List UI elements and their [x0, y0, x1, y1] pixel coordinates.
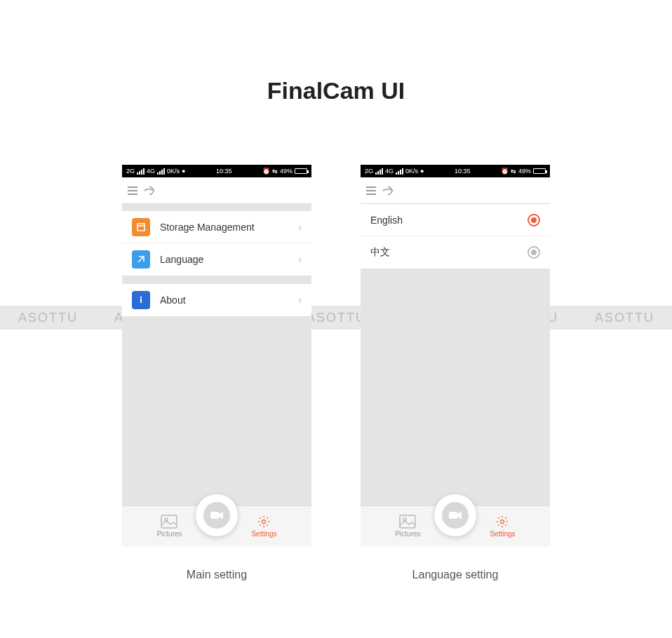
pictures-icon	[399, 515, 416, 529]
chevron-right-icon: ›	[298, 253, 302, 266]
language-option-english[interactable]: English	[361, 204, 550, 236]
tab-settings[interactable]: Settings	[251, 515, 276, 538]
status-bar: 2G 4G 0K/s ● 10:35 ⏰ ⇆ 49%	[122, 165, 311, 177]
wifi-icon: ⇆	[272, 168, 278, 175]
gear-icon	[255, 515, 272, 529]
phone-screen-main: 2G 4G 0K/s ● 10:35 ⏰ ⇆ 49%	[122, 165, 311, 546]
battery-icon	[533, 168, 546, 174]
tab-label: Settings	[490, 530, 515, 538]
data-speed: 0K/s	[405, 168, 418, 175]
pictures-icon	[161, 515, 177, 529]
clock: 10:35	[424, 168, 501, 175]
signal-icon	[137, 168, 145, 175]
tab-pictures[interactable]: Pictures	[156, 515, 182, 538]
wifi-icon: ⇆	[511, 168, 516, 175]
camera-icon	[448, 510, 462, 520]
svg-rect-6	[210, 512, 219, 519]
app-bar	[361, 177, 550, 204]
app-logo-icon	[380, 183, 396, 198]
signal-icon	[375, 168, 383, 175]
page-title: FinalCam UI	[0, 0, 672, 104]
status-bar: 2G 4G 0K/s ● 10:35 ⏰ ⇆ 49%	[361, 165, 550, 177]
storage-icon	[132, 218, 150, 236]
menu-icon[interactable]	[366, 186, 376, 195]
screen-caption: Main setting	[122, 569, 311, 581]
tab-label: Settings	[251, 530, 276, 538]
network-4g: 4G	[385, 168, 394, 175]
radio-unselected-icon	[527, 246, 540, 259]
clock: 10:35	[185, 168, 262, 175]
settings-item-about[interactable]: About ›	[122, 284, 311, 316]
data-speed: 0K/s	[167, 168, 180, 175]
radio-selected-icon	[527, 214, 540, 226]
settings-item-storage[interactable]: Storage Management ›	[122, 211, 311, 243]
battery-percent: 49%	[280, 168, 293, 175]
svg-rect-3	[140, 299, 142, 303]
info-icon	[132, 291, 150, 309]
tab-bar: Pictures Settings	[361, 505, 550, 546]
tab-settings[interactable]: Settings	[490, 515, 515, 538]
network-4g: 4G	[147, 168, 155, 175]
chevron-right-icon: ›	[298, 221, 302, 233]
svg-rect-4	[161, 515, 177, 528]
svg-rect-10	[449, 512, 457, 519]
tab-pictures[interactable]: Pictures	[395, 515, 420, 538]
settings-item-label: Storage Management	[160, 222, 288, 233]
svg-point-2	[140, 297, 142, 298]
menu-icon[interactable]	[128, 186, 137, 195]
tab-label: Pictures	[395, 530, 420, 538]
alarm-icon: ⏰	[262, 168, 270, 175]
app-bar	[122, 177, 311, 204]
alarm-icon: ⏰	[501, 168, 509, 175]
battery-icon	[295, 168, 307, 174]
phone-screen-language: 2G 4G 0K/s ● 10:35 ⏰ ⇆ 49%	[361, 165, 550, 546]
language-option-chinese[interactable]: 中文	[361, 236, 550, 269]
svg-rect-0	[137, 224, 145, 231]
app-logo-icon	[142, 183, 157, 198]
tab-bar: Pictures Settings	[122, 505, 311, 546]
settings-item-label: About	[160, 294, 288, 306]
signal-icon	[157, 168, 165, 175]
svg-point-7	[262, 520, 266, 524]
screen-caption: Language setting	[361, 569, 550, 581]
battery-percent: 49%	[518, 168, 531, 175]
camera-button[interactable]	[195, 494, 238, 537]
network-2g: 2G	[365, 168, 373, 175]
language-icon	[132, 250, 150, 269]
camera-button[interactable]	[434, 494, 477, 537]
language-label: English	[370, 215, 518, 226]
gear-icon	[494, 515, 511, 529]
settings-item-label: Language	[160, 254, 288, 265]
language-label: 中文	[370, 246, 518, 259]
svg-point-11	[501, 520, 504, 524]
svg-rect-8	[400, 515, 415, 528]
signal-icon	[396, 168, 403, 175]
chevron-right-icon: ›	[298, 294, 302, 306]
network-2g: 2G	[126, 168, 135, 175]
watermark-strip: ASOTTUASOTTUASOTTUASOTTUASOTTUASOTTUASOT…	[0, 306, 672, 330]
camera-icon	[210, 510, 224, 520]
tab-label: Pictures	[156, 530, 182, 538]
settings-item-language[interactable]: Language ›	[122, 243, 311, 276]
